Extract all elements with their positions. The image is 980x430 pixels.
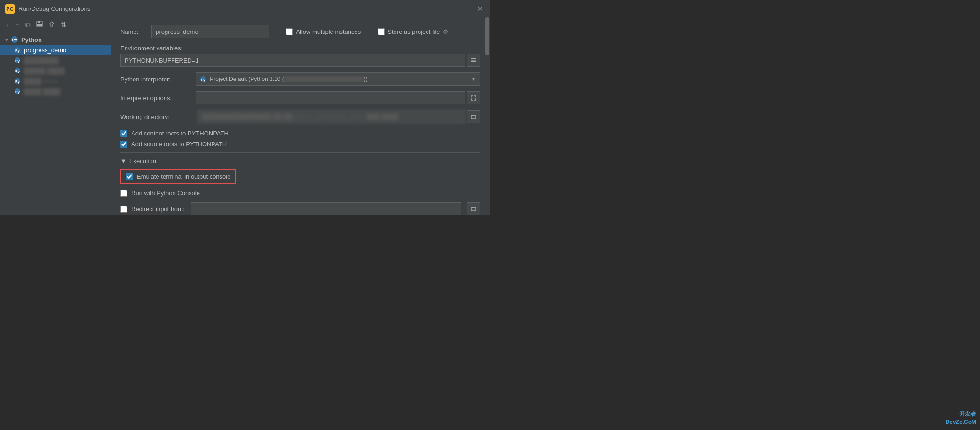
redirect-input-row: Redirect input from: bbox=[120, 202, 480, 215]
svg-rect-1 bbox=[38, 21, 40, 23]
close-button[interactable]: ✕ bbox=[475, 4, 485, 13]
tree-item-label-2: ████████ bbox=[24, 57, 59, 64]
tree-group-label: Python bbox=[21, 36, 42, 43]
python-interpreter-label: Python interpreter: bbox=[120, 76, 196, 83]
remove-config-button[interactable]: − bbox=[14, 20, 21, 30]
svg-text:Py: Py bbox=[15, 69, 20, 73]
allow-multiple-checkbox[interactable] bbox=[286, 28, 293, 35]
dropdown-arrow-icon: ▼ bbox=[471, 77, 476, 82]
run-debug-dialog: PC Run/Debug Configurations ✕ + − ⧉ bbox=[0, 0, 490, 215]
svg-text:Py: Py bbox=[12, 38, 17, 42]
svg-rect-2 bbox=[37, 24, 42, 26]
svg-text:Py: Py bbox=[201, 78, 205, 82]
gear-icon[interactable]: ⚙ bbox=[443, 28, 449, 35]
python-item-icon-2: Py bbox=[14, 56, 21, 64]
tree-item-5[interactable]: Py ████ ████ bbox=[0, 86, 111, 96]
run-python-console-row: Run with Python Console bbox=[120, 188, 480, 199]
env-vars-edit-button[interactable] bbox=[467, 54, 480, 67]
svg-text:Py: Py bbox=[15, 48, 20, 53]
emulate-terminal-checkbox[interactable] bbox=[126, 173, 133, 180]
chevron-down-icon: ▼ bbox=[4, 37, 9, 42]
python-item-icon-4: Py bbox=[14, 77, 21, 85]
svg-text:Py: Py bbox=[15, 80, 20, 84]
tree-item-label-5: ████ ████ bbox=[24, 88, 60, 95]
run-python-console-label: Run with Python Console bbox=[131, 190, 200, 197]
tree-item-progress-demo[interactable]: Py progress_demo bbox=[0, 45, 111, 55]
allow-multiple-label: Allow multiple instances bbox=[296, 28, 361, 35]
python-interpreter-row: Python interpreter: Py Project Default (… bbox=[120, 72, 480, 86]
right-panel: Name: Allow multiple instances Store as … bbox=[111, 17, 490, 215]
run-python-console-checkbox[interactable] bbox=[120, 190, 127, 197]
copy-config-button[interactable]: ⧉ bbox=[24, 20, 32, 30]
add-source-roots-row: Add source roots to PYTHONPATH bbox=[120, 141, 480, 148]
redirect-input-browse-button[interactable] bbox=[467, 202, 480, 215]
config-tree: ▼ Py Python Py bbox=[0, 32, 111, 215]
tree-item-4[interactable]: Py ████ demo bbox=[0, 76, 111, 86]
add-config-button[interactable]: + bbox=[4, 20, 11, 30]
tree-item-3[interactable]: Py █████ ████ bbox=[0, 65, 111, 76]
add-content-roots-row: Add content roots to PYTHONPATH bbox=[120, 130, 480, 137]
content-area: + − ⧉ ⇅ ▼ bbox=[0, 17, 490, 215]
add-source-roots-label: Add source roots to PYTHONPATH bbox=[131, 141, 227, 148]
name-row: Name: Allow multiple instances Store as … bbox=[120, 25, 480, 38]
working-directory-browse-button[interactable] bbox=[467, 110, 480, 123]
svg-text:Py: Py bbox=[15, 90, 20, 94]
add-content-roots-label: Add content roots to PYTHONPATH bbox=[131, 130, 229, 137]
working-directory-input[interactable] bbox=[198, 110, 465, 123]
scrollbar-thumb[interactable] bbox=[485, 17, 489, 55]
toolbar: + − ⧉ ⇅ bbox=[0, 17, 111, 32]
tree-item-label-1: progress_demo bbox=[24, 47, 66, 54]
tree-item-label-4: ████ demo bbox=[24, 78, 58, 85]
interpreter-options-row: Interpreter options: bbox=[120, 91, 480, 104]
sort-config-button[interactable]: ⇅ bbox=[59, 20, 68, 30]
env-input-row bbox=[120, 54, 480, 67]
tree-item-label-3: █████ ████ bbox=[24, 67, 65, 74]
env-vars-row: Environment variables: bbox=[120, 45, 480, 67]
python-interpreter-dropdown[interactable]: Py Project Default (Python 3.10 (███████… bbox=[196, 72, 480, 86]
interpreter-options-input[interactable] bbox=[196, 91, 465, 104]
emulate-terminal-label: Emulate terminal in output console bbox=[137, 173, 230, 180]
working-directory-label: Working directory: bbox=[120, 113, 196, 120]
python-icon: Py bbox=[11, 36, 18, 43]
redirect-input-field[interactable] bbox=[191, 202, 461, 215]
interpreter-options-expand-button[interactable] bbox=[467, 91, 480, 104]
python-item-icon-3: Py bbox=[14, 67, 21, 74]
svg-rect-15 bbox=[471, 58, 476, 59]
left-panel: + − ⧉ ⇅ ▼ bbox=[0, 17, 111, 215]
execution-header[interactable]: ▼ Execution bbox=[120, 158, 480, 165]
share-config-button[interactable] bbox=[47, 20, 56, 30]
save-config-button[interactable] bbox=[35, 20, 44, 30]
python-item-icon: Py bbox=[14, 46, 21, 54]
tree-group-python[interactable]: ▼ Py Python bbox=[0, 34, 111, 45]
add-source-roots-checkbox[interactable] bbox=[120, 141, 127, 148]
working-directory-row: Working directory: bbox=[120, 110, 480, 123]
emulate-terminal-row: Emulate terminal in output console bbox=[120, 169, 236, 184]
scrollbar[interactable] bbox=[485, 17, 490, 215]
redirect-input-checkbox[interactable] bbox=[120, 206, 127, 213]
svg-rect-17 bbox=[471, 61, 476, 62]
python-item-icon-5: Py bbox=[14, 88, 21, 95]
svg-rect-16 bbox=[471, 60, 476, 61]
interpreter-value: Py Project Default (Python 3.10 (███████… bbox=[200, 76, 471, 83]
env-vars-input[interactable] bbox=[120, 54, 465, 67]
add-content-roots-checkbox[interactable] bbox=[120, 130, 127, 137]
svg-text:Py: Py bbox=[15, 59, 20, 63]
execution-chevron-icon: ▼ bbox=[120, 158, 126, 165]
name-input[interactable] bbox=[151, 25, 269, 38]
section-divider bbox=[120, 152, 480, 153]
title-bar: PC Run/Debug Configurations ✕ bbox=[0, 0, 490, 17]
tree-item-2[interactable]: Py ████████ bbox=[0, 55, 111, 65]
execution-label: Execution bbox=[129, 158, 156, 165]
name-label: Name: bbox=[120, 28, 138, 35]
env-vars-label: Environment variables: bbox=[120, 45, 480, 52]
store-as-project-label: Store as project file bbox=[387, 28, 440, 35]
interpreter-options-label: Interpreter options: bbox=[120, 95, 196, 102]
redirect-input-label: Redirect input from: bbox=[131, 206, 184, 213]
dialog-title: Run/Debug Configurations bbox=[18, 5, 475, 12]
store-as-project-checkbox[interactable] bbox=[378, 28, 385, 35]
app-icon: PC bbox=[5, 4, 15, 14]
